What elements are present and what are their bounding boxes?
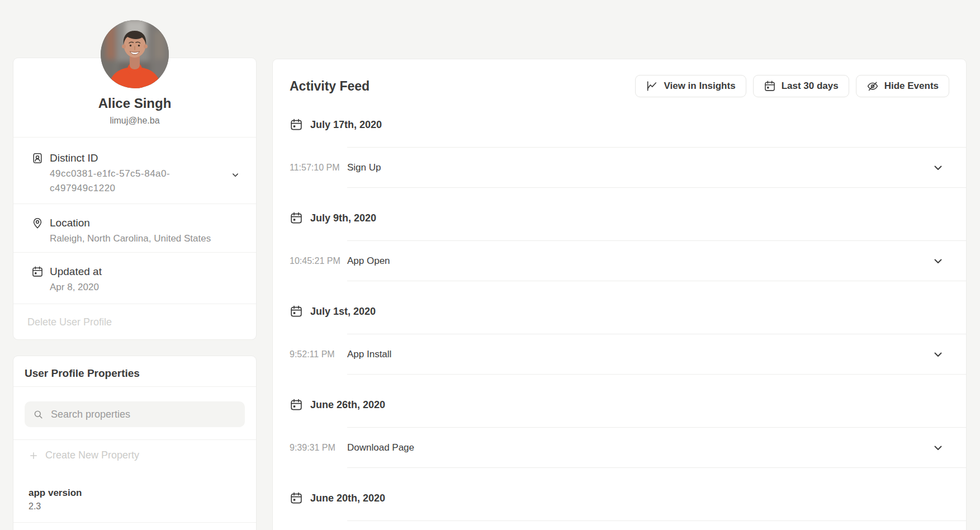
- detail-row-location: Location Raleigh, North Carolina, United…: [13, 204, 256, 252]
- feed-group: June 20th, 2020: [290, 491, 949, 530]
- chevron-down-icon[interactable]: [931, 441, 945, 455]
- event-time: 10:45:21 PM: [290, 256, 340, 266]
- create-new-property-button[interactable]: Create New Property: [13, 439, 256, 473]
- id-badge-icon: [31, 152, 44, 164]
- feed-date-header: July 17th, 2020: [290, 118, 949, 131]
- chevron-down-icon[interactable]: [931, 254, 945, 268]
- user-profile-properties-card: User Profile Properties Create New Prope…: [13, 356, 257, 530]
- feed-group: July 1st, 2020 9:52:11 PM App Install: [290, 305, 949, 375]
- event-row[interactable]: 9:52:11 PM App Install: [347, 334, 966, 375]
- last-30-days-label: Last 30 days: [782, 81, 839, 92]
- calendar-icon: [290, 398, 303, 411]
- last-30-days-button[interactable]: Last 30 days: [753, 75, 849, 97]
- property-name: app version: [29, 487, 245, 499]
- create-new-property-label: Create New Property: [45, 449, 139, 461]
- line-chart-icon: [646, 80, 658, 92]
- event-time: 9:52:11 PM: [290, 349, 335, 359]
- user-name: Alice Singh: [13, 95, 256, 112]
- feed-date: June 26th, 2020: [310, 399, 385, 411]
- user-profile-card: Alice Singh limuj@he.ba Distinct ID 49cc…: [13, 58, 257, 340]
- feed-date: June 20th, 2020: [310, 493, 385, 504]
- activity-feed-title: Activity Feed: [290, 79, 370, 94]
- user-email: limuj@he.ba: [13, 115, 256, 126]
- chevron-down-icon[interactable]: [230, 170, 240, 180]
- feed-date-header: July 9th, 2020: [290, 211, 949, 225]
- search-icon: [33, 409, 44, 420]
- feed-date: July 9th, 2020: [310, 212, 376, 224]
- calendar-icon: [290, 118, 303, 131]
- event-row[interactable]: 9:39:31 PM Download Page: [347, 427, 966, 468]
- updated-at-value: Apr 8, 2020: [50, 280, 102, 295]
- property-value: 2.3: [29, 501, 245, 512]
- activity-feed-card: Activity Feed View in Insights Last 30 d…: [272, 59, 967, 530]
- plus-icon: [29, 451, 39, 461]
- property-row[interactable]: app version 2.3: [13, 473, 256, 523]
- event-name: Download Page: [347, 442, 414, 453]
- location-label: Location: [50, 216, 211, 229]
- feed-actions: View in Insights Last 30 days Hide Event…: [635, 75, 949, 97]
- feed-date: July 1st, 2020: [310, 306, 376, 318]
- event-row[interactable]: [347, 520, 966, 530]
- feed-date-header: July 1st, 2020: [290, 305, 949, 318]
- view-in-insights-label: View in Insights: [664, 81, 735, 92]
- chevron-down-icon[interactable]: [931, 348, 945, 361]
- feed-group: July 17th, 2020 11:57:10 PM Sign Up: [290, 118, 949, 188]
- event-time: 11:57:10 PM: [290, 163, 340, 173]
- event-row[interactable]: 11:57:10 PM Sign Up: [347, 147, 966, 188]
- event-name: Sign Up: [347, 162, 381, 173]
- view-in-insights-button[interactable]: View in Insights: [635, 75, 746, 97]
- avatar-photo: [101, 20, 169, 88]
- calendar-icon: [290, 491, 303, 505]
- feed-group: June 26th, 2020 9:39:31 PM Download Page: [290, 398, 949, 468]
- calendar-icon: [764, 80, 776, 92]
- feed-date-header: June 26th, 2020: [290, 398, 949, 411]
- detail-row-updated-at: Updated at Apr 8, 2020: [13, 252, 256, 304]
- search-properties-box[interactable]: [25, 401, 245, 427]
- hide-events-label: Hide Events: [884, 81, 939, 92]
- calendar-icon: [31, 266, 44, 278]
- properties-title: User Profile Properties: [25, 367, 245, 380]
- distinct-id-value: 49cc0381-e1fc-57c5-84a0-c497949c1220: [50, 167, 198, 196]
- location-value: Raleigh, North Carolina, United States: [50, 231, 211, 246]
- feed-date-header: June 20th, 2020: [290, 491, 949, 505]
- calendar-icon: [290, 211, 303, 225]
- feed-date: July 17th, 2020: [310, 119, 382, 131]
- chevron-down-icon[interactable]: [931, 161, 945, 174]
- event-row[interactable]: 10:45:21 PM App Open: [347, 240, 966, 281]
- feed-group: July 9th, 2020 10:45:21 PM App Open: [290, 211, 949, 281]
- event-name: App Open: [347, 255, 390, 267]
- detail-row-distinct-id: Distinct ID 49cc0381-e1fc-57c5-84a0-c497…: [13, 137, 256, 204]
- event-time: 9:39:31 PM: [290, 443, 335, 453]
- event-name: App Install: [347, 349, 391, 360]
- updated-at-label: Updated at: [50, 265, 102, 278]
- hide-events-button[interactable]: Hide Events: [856, 75, 949, 97]
- eye-off-icon: [867, 80, 879, 92]
- delete-user-profile-button[interactable]: Delete User Profile: [13, 304, 256, 340]
- location-pin-icon: [31, 217, 44, 229]
- calendar-icon: [290, 305, 303, 318]
- avatar: [101, 20, 169, 88]
- distinct-id-label: Distinct ID: [50, 152, 198, 164]
- search-properties-input[interactable]: [51, 409, 236, 420]
